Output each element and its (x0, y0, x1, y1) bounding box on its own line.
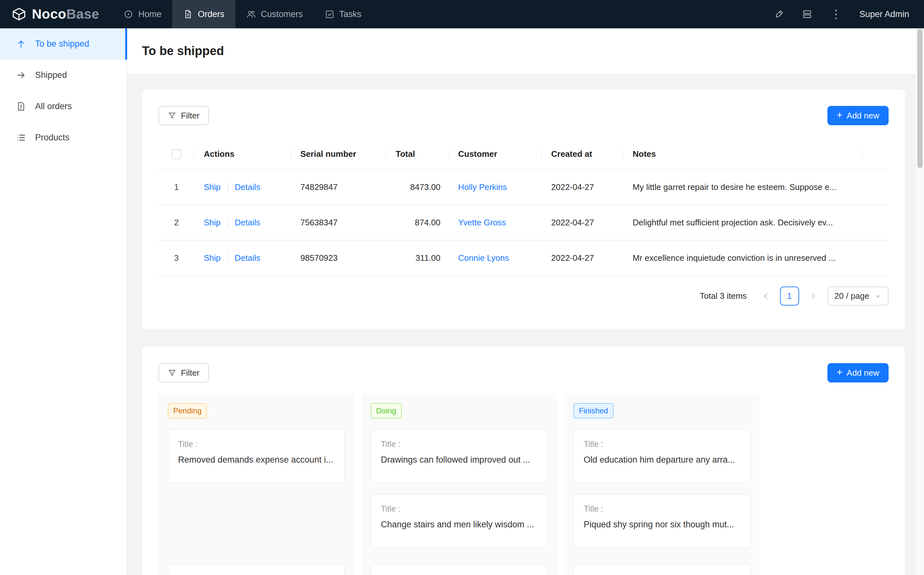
orders-toolbar: Filter + Add new (159, 106, 889, 125)
next-page-button[interactable] (804, 286, 823, 305)
pagination: Total 3 items 1 20 / page (159, 286, 889, 305)
row-index: 1 (159, 169, 194, 205)
ship-link[interactable]: Ship (204, 218, 221, 227)
filter-button[interactable]: Filter (159, 106, 209, 125)
serial-number-cell: 75638347 (291, 205, 386, 240)
notes-cell: My little garret repair to desire he est… (623, 169, 863, 205)
actions-divider (227, 218, 228, 227)
sidebar-item-to-be-shipped[interactable]: To be shipped (0, 28, 127, 60)
content-area: Filter + Add new Actions Serial number T (127, 74, 924, 575)
column-header-customer: Customer (449, 139, 542, 169)
nav-item-orders[interactable]: Orders (172, 0, 235, 28)
column-header-created: Created at (542, 139, 623, 169)
user-menu[interactable]: Super Admin (859, 10, 909, 19)
card-field-label: Title : (584, 440, 740, 449)
sidebar-item-label: Products (35, 133, 70, 143)
notes-cell: Delightful met sufficient projection ask… (623, 205, 863, 240)
sidebar-item-all-orders[interactable]: All orders (0, 91, 127, 122)
kanban-card-partial[interactable] (168, 564, 345, 575)
pagination-total: Total 3 items (700, 291, 747, 301)
nocobase-logo[interactable]: NocoBase (0, 0, 113, 28)
ship-link[interactable]: Ship (204, 182, 221, 192)
filter-funnel-icon (168, 111, 176, 120)
details-link[interactable]: Details (235, 253, 260, 263)
kanban-card[interactable]: Title : Removed demands expense account … (168, 429, 345, 483)
nav-item-label: Orders (198, 10, 224, 19)
kanban-card[interactable]: Title : Change stairs and men likely wis… (371, 494, 548, 548)
row-index: 2 (159, 205, 194, 240)
nav-item-label: Customers (261, 10, 303, 19)
more-menu-icon[interactable]: ⋮ (830, 8, 841, 20)
table-header-row: Actions Serial number Total Customer Cre… (159, 139, 889, 169)
card-field-label: Title : (381, 440, 537, 449)
created-at-cell: 2022-04-27 (542, 205, 623, 240)
filter-button-label: Filter (181, 111, 200, 121)
page-1-button[interactable]: 1 (780, 286, 799, 305)
status-badge-pending: Pending (168, 403, 207, 419)
page-size-value: 20 / page (835, 291, 869, 301)
sidebar-item-shipped[interactable]: Shipped (0, 60, 127, 91)
add-new-button-label: Add new (847, 111, 879, 121)
logo-text: NocoBase (32, 6, 99, 22)
filter-funnel-icon (168, 369, 176, 377)
vertical-scrollbar[interactable] (916, 28, 924, 575)
details-link[interactable]: Details (235, 218, 260, 227)
kanban-card[interactable]: Title : Drawings can followed improved o… (371, 429, 548, 483)
plus-icon: + (837, 110, 843, 120)
document-icon (16, 102, 26, 111)
main-menu: Home Orders Customers Tasks (113, 0, 372, 28)
kanban-card[interactable]: Title : Old education him departure any … (573, 429, 751, 483)
list-icon (16, 133, 26, 143)
customer-link[interactable]: Connie Lyons (458, 253, 509, 263)
add-new-button[interactable]: + Add new (827, 363, 889, 383)
kanban-column-pending: Pending Title : Removed demands expense … (159, 393, 354, 575)
main-content: To be shipped Filter + Add new (127, 28, 924, 575)
orders-icon (183, 10, 193, 19)
customers-icon (246, 10, 256, 19)
orders-table: Actions Serial number Total Customer Cre… (159, 139, 889, 276)
tasks-icon (325, 10, 335, 19)
tasks-kanban-block: Filter + Add new Pending Title : Removed… (142, 347, 905, 575)
column-header-serial: Serial number (291, 139, 386, 169)
sidebar-item-products[interactable]: Products (0, 122, 127, 153)
customer-link[interactable]: Yvette Gross (458, 218, 506, 227)
card-title-value: Drawings can followed improved out ... (381, 455, 537, 465)
chevron-right-icon (809, 292, 818, 300)
prev-page-button[interactable] (756, 286, 775, 305)
kanban-card-partial[interactable] (371, 564, 548, 575)
nav-item-home[interactable]: Home (113, 0, 172, 28)
scrollbar-thumb[interactable] (917, 29, 923, 168)
column-header-actions: Actions (194, 139, 291, 169)
tasks-toolbar: Filter + Add new (159, 363, 889, 383)
nav-item-customers[interactable]: Customers (235, 0, 314, 28)
status-badge-finished: Finished (573, 403, 614, 419)
created-at-cell: 2022-04-27 (542, 169, 623, 205)
actions-divider (227, 254, 228, 262)
top-navbar: NocoBase Home Orders Customers Tasks (0, 0, 924, 28)
customer-link[interactable]: Holly Perkins (458, 182, 507, 192)
select-all-checkbox[interactable] (171, 149, 181, 159)
ship-link[interactable]: Ship (204, 253, 221, 263)
add-new-button[interactable]: + Add new (827, 106, 889, 125)
card-field-label: Title : (381, 504, 537, 513)
collections-database-icon[interactable] (802, 9, 812, 19)
serial-number-cell: 98570923 (291, 240, 386, 276)
chevron-down-icon (874, 292, 882, 300)
total-cell: 311.00 (386, 240, 449, 276)
page-size-select[interactable]: 20 / page (828, 286, 889, 305)
kanban-card-partial[interactable] (573, 564, 751, 575)
card-title-value: Piqued shy spring nor six though mut... (584, 519, 740, 530)
status-badge-doing: Doing (371, 403, 402, 419)
table-row: 2 ShipDetails 75638347 874.00 Yvette Gro… (159, 205, 889, 240)
ui-editor-pen-icon[interactable] (774, 9, 784, 19)
sidebar-item-label: Shipped (35, 70, 67, 80)
nav-item-tasks[interactable]: Tasks (314, 0, 373, 28)
card-title-value: Old education him departure any arra... (584, 455, 740, 465)
card-field-label: Title : (178, 440, 335, 449)
nocobase-logo-icon (12, 7, 26, 21)
filter-button[interactable]: Filter (159, 363, 209, 383)
table-row: 3 ShipDetails 98570923 311.00 Connie Lyo… (159, 240, 889, 276)
details-link[interactable]: Details (235, 182, 260, 192)
kanban-card[interactable]: Title : Piqued shy spring nor six though… (573, 494, 751, 548)
add-new-button-label: Add new (847, 368, 879, 378)
